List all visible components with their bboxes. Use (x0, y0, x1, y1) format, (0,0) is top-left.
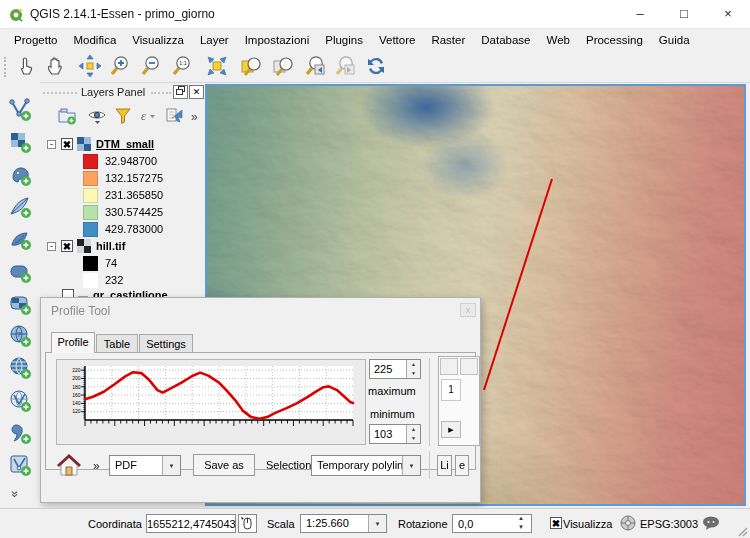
tab-table[interactable]: Table (96, 334, 138, 353)
touch-icon[interactable] (14, 54, 40, 80)
add-wcs-layer-icon[interactable] (8, 356, 32, 380)
layer-name[interactable]: DTM_small (96, 138, 154, 150)
add-mssql-layer-icon[interactable] (8, 227, 32, 251)
scroll-right-icon[interactable]: ▶ (441, 421, 461, 438)
menu-modifica[interactable]: Modifica (65, 31, 124, 49)
menu-layer[interactable]: Layer (192, 31, 237, 49)
panel-float-button[interactable] (173, 85, 188, 99)
menu-guida[interactable]: Guida (651, 31, 698, 49)
collapse-icon[interactable]: - (47, 140, 56, 149)
zoom-actual-size-icon[interactable]: 1:1 (170, 54, 196, 80)
rotation-up-icon[interactable]: ▲ (518, 515, 524, 521)
collapse-icon[interactable]: - (47, 242, 56, 251)
layer-checkbox[interactable]: ✖ (61, 138, 73, 150)
spin-down-icon[interactable]: ▼ (406, 369, 420, 378)
add-wms-layer-icon[interactable]: ? (8, 324, 32, 348)
tab-profile[interactable]: Profile (51, 332, 95, 353)
menu-database[interactable]: Database (473, 31, 538, 49)
coordinate-input[interactable]: 1655212,4745043 (146, 514, 236, 533)
coordinate-capture-icon[interactable] (238, 514, 257, 533)
add-postgis-layer-icon[interactable] (8, 163, 32, 187)
zoom-to-layer-icon[interactable] (239, 54, 265, 80)
selection-label: Selection (266, 459, 311, 471)
selection-value: Temporary polyline (317, 459, 409, 471)
spin-down-icon[interactable]: ▼ (406, 434, 420, 443)
min-spinbox[interactable]: 103 ▲ ▼ (369, 424, 421, 444)
maximize-button[interactable]: □ (662, 0, 706, 28)
spin-up-icon[interactable]: ▲ (406, 360, 420, 369)
new-shapefile-layer-icon[interactable] (8, 453, 32, 477)
menu-visualizza[interactable]: Visualizza (124, 31, 192, 49)
zoom-out-icon[interactable] (139, 54, 165, 80)
zoom-last-icon[interactable] (303, 54, 329, 80)
layer-row-dtm-small[interactable]: - ✖ DTM_small (43, 136, 203, 152)
refresh-icon[interactable] (364, 54, 390, 80)
crs-label[interactable]: EPSG:3003 (640, 518, 698, 530)
render-label: Visualizza (563, 518, 612, 530)
menu-raster[interactable]: Raster (423, 31, 473, 49)
manage-visibility-eye-icon[interactable] (87, 106, 109, 128)
export-format-combo[interactable]: PDF ▼ (109, 455, 181, 476)
legend-table-header-1[interactable] (440, 358, 458, 375)
menu-impostazioni[interactable]: Impostazioni (237, 31, 318, 49)
partial-button-2[interactable]: e (455, 455, 469, 476)
minimize-button[interactable]: – (618, 0, 662, 28)
separator (429, 451, 430, 479)
expand-collapse-all-icon[interactable] (165, 106, 187, 128)
layer-row-hill-tif[interactable]: - ✖ hill.tif (43, 238, 203, 254)
scale-combo[interactable]: 1:25.660 ▼ (300, 514, 387, 533)
dialog-close-icon[interactable]: x (460, 303, 476, 317)
legend-table-cell[interactable]: 1 (441, 379, 461, 401)
chevron-down-icon: ▼ (402, 456, 420, 475)
add-oracle-layer-icon[interactable] (8, 260, 32, 284)
add-raster-layer-icon[interactable] (8, 130, 32, 154)
partial-button-1[interactable]: Li (437, 455, 452, 476)
add-spatialite-layer-icon[interactable] (8, 195, 32, 219)
menu-plugins[interactable]: Plugins (317, 31, 371, 49)
zoom-in-icon[interactable] (108, 54, 134, 80)
menu-vettore[interactable]: Vettore (371, 31, 423, 49)
profile-tool-dialog: Profile Tool x Profile Table Settings 12… (40, 297, 481, 503)
zoom-full-extent-icon[interactable] (205, 54, 231, 80)
layer-name[interactable]: hill.tif (96, 240, 125, 252)
chevron-down-icon: ▼ (368, 515, 386, 532)
max-spinbox[interactable]: 225 ▲ ▼ (369, 359, 421, 379)
filter-legend-icon[interactable] (113, 106, 135, 128)
panel-close-icon[interactable]: ✕ (189, 85, 204, 99)
legend-value: 32.948700 (105, 155, 157, 167)
menu-progetto[interactable]: Progetto (6, 31, 65, 49)
legend-table-header-2[interactable] (460, 358, 478, 375)
zoom-to-selection-icon[interactable] (271, 54, 297, 80)
toolbar-handle[interactable] (4, 57, 6, 77)
scale-value: 1:25.660 (306, 517, 349, 529)
add-group-icon[interactable] (57, 106, 79, 128)
panel-grip (151, 92, 171, 98)
add-vector-layer-icon[interactable] (8, 98, 32, 122)
filter-expression-icon[interactable]: ε (137, 106, 159, 128)
layer-checkbox[interactable]: ✖ (61, 240, 73, 252)
add-delimited-text-layer-icon[interactable] (8, 421, 32, 445)
add-wfs-layer-icon[interactable] (8, 389, 32, 413)
save-as-button[interactable]: Save as (193, 454, 255, 476)
dialog-title: Profile Tool (51, 304, 110, 318)
pan-icon[interactable] (44, 54, 70, 80)
layers-panel-header: Layers Panel ✕ (41, 84, 205, 102)
resize-grip[interactable] (738, 527, 748, 537)
messages-bubble-icon[interactable] (702, 516, 720, 530)
spin-up-icon[interactable]: ▲ (406, 425, 420, 434)
pan-to-selection-icon[interactable] (78, 54, 104, 80)
panel-toolbar-overflow[interactable]: » (191, 110, 198, 124)
rotation-down-icon[interactable]: ▼ (518, 524, 524, 530)
more-options-chevron[interactable]: » (93, 459, 100, 473)
toolbar-overflow-chevron[interactable]: » (8, 491, 22, 498)
close-button[interactable]: × (706, 0, 750, 28)
zoom-next-icon[interactable] (333, 54, 359, 80)
selection-combo[interactable]: Temporary polyline ▼ (311, 455, 421, 476)
add-db2-layer-icon[interactable] (8, 292, 32, 316)
menu-web[interactable]: Web (539, 31, 578, 49)
menu-processing[interactable]: Processing (578, 31, 651, 49)
render-checkbox[interactable]: ✖ (550, 517, 562, 529)
home-full-extent-button[interactable] (55, 453, 85, 481)
crs-globe-icon[interactable] (620, 515, 636, 531)
tab-settings[interactable]: Settings (139, 334, 193, 353)
